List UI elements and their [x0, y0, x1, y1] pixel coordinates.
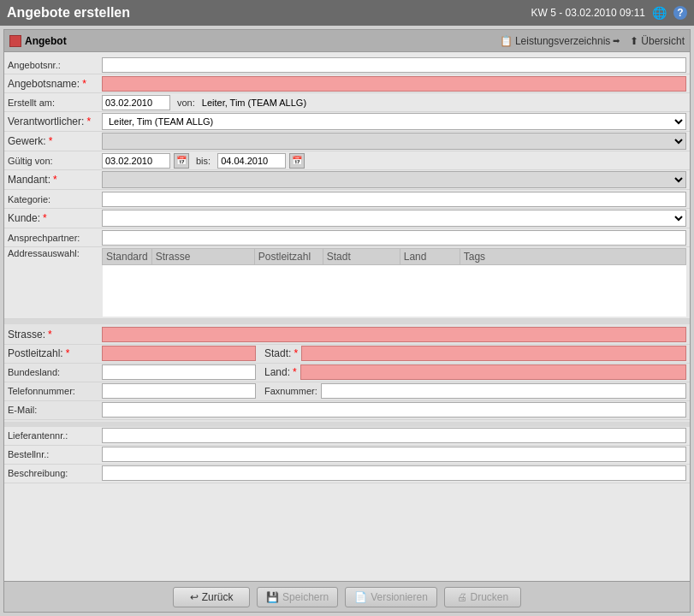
gueltig-von-label: Gültig von: — [8, 156, 102, 166]
app-title: Angebote erstellen — [7, 5, 130, 21]
angebotsnr-label: Angebotsnr.: — [8, 60, 102, 70]
gueltig-von-calendar-icon[interactable]: 📅 — [174, 153, 189, 169]
strasse-input[interactable] — [102, 327, 686, 342]
erstellt-date-input[interactable] — [102, 95, 170, 110]
stadt-label: Stadt: * — [256, 347, 301, 359]
mandant-row: Mandant: * — [4, 170, 690, 190]
verantwortlich-select[interactable]: Leiter, Tim (TEAM ALLG) — [102, 113, 686, 130]
kunde-label: Kunde: * — [8, 212, 102, 224]
gewerk-row: Gewerk: * — [4, 132, 690, 151]
gueltig-bis-calendar-icon[interactable]: 📅 — [289, 153, 305, 169]
lieferanten-label: Lieferantennr.: — [8, 430, 102, 441]
zuruck-button[interactable]: ↩ Zurück — [173, 587, 250, 607]
section-title-text: Angebot — [25, 35, 67, 47]
fax-label: Faxnummer: — [256, 386, 321, 396]
telefon-label: Telefonnummer: — [8, 386, 102, 396]
section-header: Angebot 📋 Leistungsverzeichnis ➡ ⬆ Übers… — [4, 30, 690, 52]
address-table: Standard Strasse Postleitzahl Stadt Land… — [102, 248, 686, 317]
versionieren-button[interactable]: 📄 Versionieren — [345, 587, 437, 607]
leistungsverzeichnis-link[interactable]: 📋 Leistungsverzeichnis ➡ — [500, 35, 620, 47]
ansprechpartner-row: Ansprechpartner: — [4, 228, 690, 247]
gewerk-select[interactable] — [102, 133, 686, 150]
angebotsname-label: Angebotsname: * — [8, 78, 102, 90]
kunde-row: Kunde: * — [4, 209, 690, 228]
addr-col-tags: Tags — [460, 249, 685, 265]
strasse-label: Strasse: * — [8, 329, 102, 341]
land-label: Land: * — [256, 366, 300, 378]
speichern-icon: 💾 — [266, 591, 279, 603]
arrow-right-icon: ➡ — [613, 36, 620, 45]
bestellnr-input[interactable] — [102, 447, 686, 462]
erstellt-row: Erstellt am: von: Leiter, Tim (TEAM ALLG… — [4, 93, 690, 112]
email-label: E-Mail: — [8, 405, 102, 415]
erstellt-group: von: Leiter, Tim (TEAM ALLG) — [102, 95, 686, 110]
lieferanten-input[interactable] — [102, 428, 686, 443]
von-label: von: — [174, 98, 199, 108]
angebotsname-required: * — [82, 78, 86, 90]
gewerk-label: Gewerk: * — [8, 135, 102, 147]
verantwortlich-row: Verantwortlicher: * Leiter, Tim (TEAM AL… — [4, 112, 690, 132]
kategorie-input[interactable] — [102, 192, 686, 207]
section-links: 📋 Leistungsverzeichnis ➡ ⬆ Übersicht — [500, 35, 685, 47]
gueltig-von-input[interactable] — [102, 153, 170, 169]
kw-label: KW 5 - 03.02.2010 09:11 — [531, 7, 645, 19]
bundesland-label: Bundesland: — [8, 367, 102, 377]
lieferanten-row: Lieferantennr.: — [4, 427, 690, 446]
angebotsnr-row: Angebotsnr.: — [4, 56, 690, 74]
gueltig-row: Gültig von: 📅 bis: 📅 — [4, 151, 690, 170]
land-input[interactable] — [300, 364, 686, 380]
fax-input[interactable] — [321, 383, 686, 399]
addr-col-strasse: Strasse — [151, 249, 254, 265]
bundesland-input[interactable] — [102, 364, 256, 380]
angebotsname-input[interactable] — [102, 76, 686, 92]
drucken-icon: 🖨 — [457, 591, 467, 603]
bundesland-land-row: Bundesland: Land: * — [4, 364, 690, 382]
bis-label: bis: — [193, 156, 214, 166]
bestellnr-label: Bestellnr.: — [8, 449, 102, 459]
button-bar: ↩ Zurück 💾 Speichern 📄 Versionieren 🖨 Dr… — [4, 581, 690, 612]
main-container: Angebot 📋 Leistungsverzeichnis ➡ ⬆ Übers… — [3, 29, 691, 613]
zuruck-icon: ↩ — [190, 591, 199, 603]
gueltig-bis-input[interactable] — [217, 153, 286, 169]
ubersicht-link[interactable]: ⬆ Übersicht — [630, 35, 685, 47]
header-right: KW 5 - 03.02.2010 09:11 🌐 ? — [531, 6, 687, 20]
beschreibung-input[interactable] — [102, 465, 686, 481]
app-header: Angebote erstellen KW 5 - 03.02.2010 09:… — [0, 0, 694, 26]
angebot-icon — [9, 35, 21, 47]
list-icon: 📋 — [500, 35, 513, 47]
ansprechpartner-label: Ansprechpartner: — [8, 233, 102, 243]
mandant-select[interactable] — [102, 171, 686, 188]
telefon-fax-row: Telefonnummer: Faxnummer: — [4, 382, 690, 401]
verantwortlich-label: Verantwortlicher: * — [8, 116, 102, 127]
erstellt-label: Erstellt am: — [8, 98, 102, 108]
angebotsnr-input[interactable] — [102, 57, 686, 73]
drucken-button[interactable]: 🖨 Drucken — [444, 587, 521, 607]
globe-icon[interactable]: 🌐 — [652, 6, 667, 20]
addr-col-land: Land — [400, 249, 460, 265]
versionieren-icon: 📄 — [354, 591, 367, 603]
erstellt-person: Leiter, Tim (TEAM ALLG) — [202, 98, 306, 108]
angebotsname-row: Angebotsname: * — [4, 74, 690, 93]
up-icon: ⬆ — [630, 35, 638, 47]
plz-stadt-row: Postleitzahl: * Stadt: * — [4, 345, 690, 364]
email-row: E-Mail: — [4, 401, 690, 420]
address-table-container: Standard Strasse Postleitzahl Stadt Land… — [102, 248, 686, 317]
plz-input[interactable] — [102, 346, 256, 361]
help-icon[interactable]: ? — [673, 6, 687, 20]
kategorie-row: Kategorie: — [4, 190, 690, 209]
strasse-row: Strasse: * — [4, 326, 690, 345]
mandant-label: Mandant: * — [8, 174, 102, 186]
kunde-select[interactable] — [102, 210, 686, 227]
addressauswahl-label: Addressauswahl: — [8, 248, 102, 258]
form-area: Angebotsnr.: Angebotsname: * Erstellt am… — [4, 52, 690, 581]
kategorie-label: Kategorie: — [8, 194, 102, 204]
beschreibung-row: Beschreibung: — [4, 465, 690, 483]
speichern-button[interactable]: 💾 Speichern — [257, 587, 338, 607]
email-input[interactable] — [102, 402, 686, 418]
section-title: Angebot — [9, 35, 67, 47]
telefon-input[interactable] — [102, 383, 256, 399]
stadt-input[interactable] — [301, 346, 686, 361]
addr-col-stadt: Stadt — [323, 249, 400, 265]
ansprechpartner-input[interactable] — [102, 230, 686, 246]
bestellnr-row: Bestellnr.: — [4, 446, 690, 465]
